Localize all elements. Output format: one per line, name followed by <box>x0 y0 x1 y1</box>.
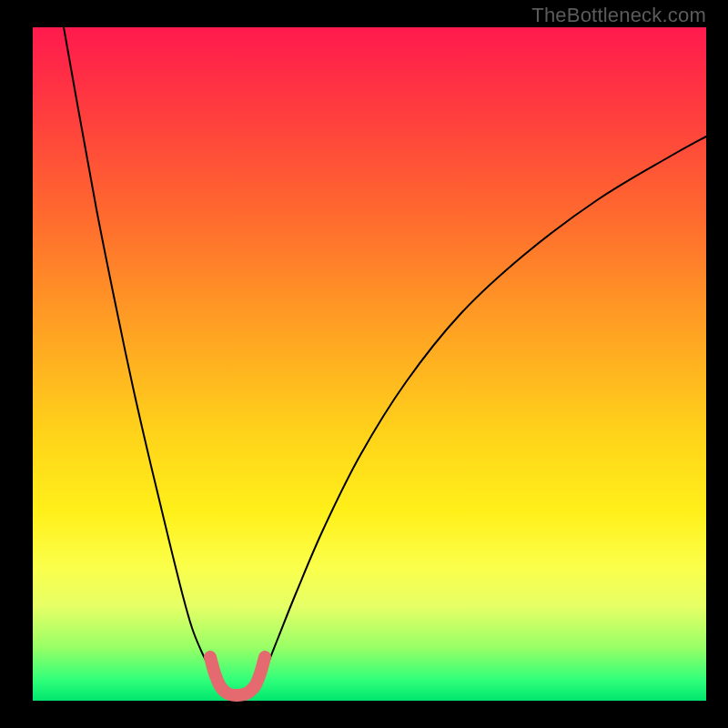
watermark-text: TheBottleneck.com <box>531 4 706 27</box>
curve-right-branch <box>256 136 706 689</box>
chart-svg <box>0 0 728 728</box>
outer-frame: TheBottleneck.com <box>0 0 728 728</box>
curve-left-branch <box>64 27 219 689</box>
curve-bottom-accent <box>210 657 265 695</box>
